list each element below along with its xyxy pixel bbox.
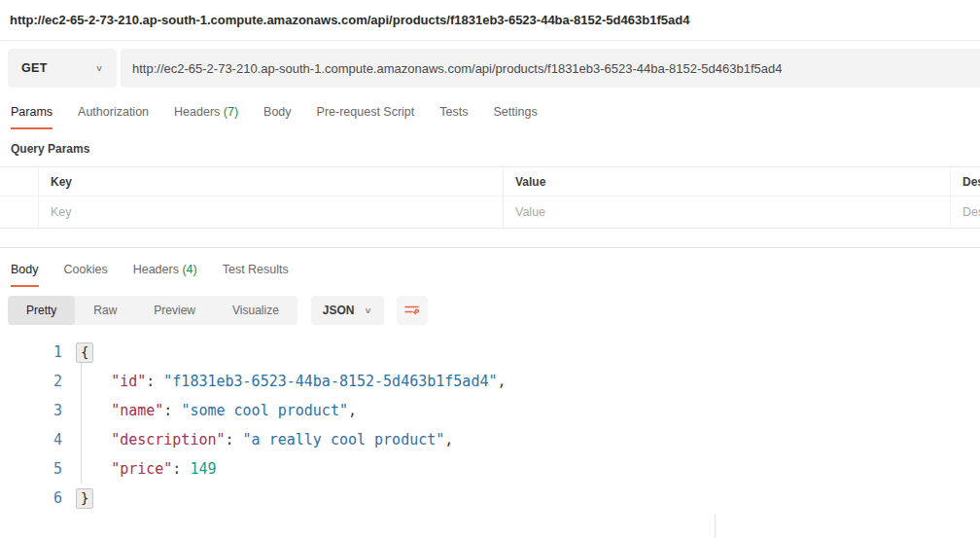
query-params-table: Key Value Description Key Value Descript… (0, 166, 980, 229)
code-lines: 1{2 "id": "f1831eb3-6523-44ba-8152-5d463… (0, 338, 980, 513)
line-number: 5 (0, 454, 76, 484)
view-mode-pretty[interactable]: Pretty (8, 296, 75, 325)
indent-guide (81, 363, 82, 484)
response-tab-cookies[interactable]: Cookies (64, 263, 108, 287)
table-row: Key Value Description (0, 197, 980, 228)
response-tab-body-label: Body (11, 263, 39, 276)
tab-headers-count: (7) (224, 105, 238, 119)
code-line: 5 "price": 149 (0, 454, 980, 484)
response-tab-headers[interactable]: Headers (4) (133, 263, 197, 287)
tab-settings-label: Settings (493, 105, 537, 119)
description-input[interactable]: Description (951, 197, 980, 228)
request-title: http://ec2-65-2-73-210.ap-south-1.comput… (10, 13, 689, 27)
code-line: 3 "name": "some cool product", (0, 396, 980, 425)
code-line: 2 "id": "f1831eb3-6523-44ba-8152-5d463b1… (0, 367, 980, 396)
tab-body[interactable]: Body (263, 105, 292, 129)
method-dropdown[interactable]: GET ∨ (8, 49, 117, 88)
tab-headers-label: Headers (174, 105, 220, 119)
tab-headers[interactable]: Headers (7) (174, 105, 238, 129)
tab-prerequest-script[interactable]: Pre-request Script (317, 105, 415, 129)
request-tabs: Params Authorization Headers (7) Body Pr… (0, 105, 980, 129)
code-content: "price": 149 (76, 454, 217, 484)
response-section-divider (0, 247, 980, 248)
pane-divider (715, 514, 716, 538)
tab-prerequest-label: Pre-request Script (317, 105, 415, 119)
window-titlebar: http://ec2-65-2-73-210.ap-south-1.comput… (0, 0, 980, 41)
key-input[interactable]: Key (39, 197, 504, 228)
view-mode-visualize[interactable]: Visualize (214, 296, 298, 325)
chevron-down-icon: ∨ (365, 305, 372, 315)
code-content: "name": "some cool product", (76, 396, 357, 425)
code-line: 6} (0, 484, 980, 513)
response-tab-headers-count: (4) (182, 263, 196, 276)
format-label: JSON (323, 304, 355, 317)
tab-authorization-label: Authorization (78, 105, 149, 119)
wrap-text-button[interactable] (397, 296, 428, 325)
tab-tests[interactable]: Tests (439, 105, 468, 129)
tab-tests-label: Tests (439, 105, 468, 119)
line-number: 1 (0, 338, 76, 367)
request-bar: GET ∨ http://ec2-65-2-73-210.ap-south-1.… (0, 41, 980, 95)
response-tab-headers-label: Headers (133, 263, 179, 276)
line-number: 4 (0, 425, 76, 454)
response-tab-cookies-label: Cookies (64, 263, 108, 276)
code-content: "description": "a really cool product", (76, 425, 453, 454)
wrap-text-icon (403, 303, 421, 318)
view-mode-preview[interactable]: Preview (135, 296, 214, 325)
tab-params[interactable]: Params (11, 105, 52, 129)
table-header-row: Key Value Description (0, 167, 980, 197)
row-checkbox-cell (0, 197, 39, 228)
description-column-header: Description (951, 167, 980, 196)
fold-marker[interactable]: { (76, 342, 93, 363)
query-params-label: Query Params (11, 142, 969, 156)
line-number: 6 (0, 484, 76, 513)
fold-marker[interactable]: } (76, 488, 93, 509)
code-content: "id": "f1831eb3-6523-44ba-8152-5d463b1f5… (76, 367, 507, 396)
code-content: { (76, 338, 93, 367)
line-number: 2 (0, 367, 76, 396)
response-tab-body[interactable]: Body (11, 263, 39, 287)
line-number: 3 (0, 396, 76, 425)
key-column-header: Key (39, 167, 504, 196)
response-tab-test-results-label: Test Results (223, 263, 289, 276)
view-mode-group: Pretty Raw Preview Visualize (8, 296, 298, 325)
response-tab-test-results[interactable]: Test Results (223, 263, 289, 287)
tab-body-label: Body (263, 105, 292, 119)
url-value: http://ec2-65-2-73-210.ap-south-1.comput… (132, 61, 783, 76)
url-input[interactable]: http://ec2-65-2-73-210.ap-south-1.comput… (121, 49, 980, 88)
code-content: } (76, 484, 93, 513)
code-line: 1{ (0, 338, 980, 367)
chevron-down-icon: ∨ (95, 63, 103, 73)
format-dropdown[interactable]: JSON ∨ (311, 296, 384, 325)
checkbox-column-header (0, 167, 39, 196)
response-body-viewer[interactable]: 1{2 "id": "f1831eb3-6523-44ba-8152-5d463… (0, 338, 980, 513)
tab-settings[interactable]: Settings (493, 105, 537, 129)
value-input[interactable]: Value (504, 197, 951, 228)
response-view-controls: Pretty Raw Preview Visualize JSON ∨ (0, 296, 980, 325)
code-line: 4 "description": "a really cool product"… (0, 425, 980, 454)
tab-authorization[interactable]: Authorization (78, 105, 149, 129)
view-mode-raw[interactable]: Raw (75, 296, 135, 325)
response-tabs: Body Cookies Headers (4) Test Results (0, 263, 980, 287)
method-label: GET (21, 61, 48, 75)
tab-params-label: Params (11, 105, 52, 119)
value-column-header: Value (504, 167, 951, 196)
